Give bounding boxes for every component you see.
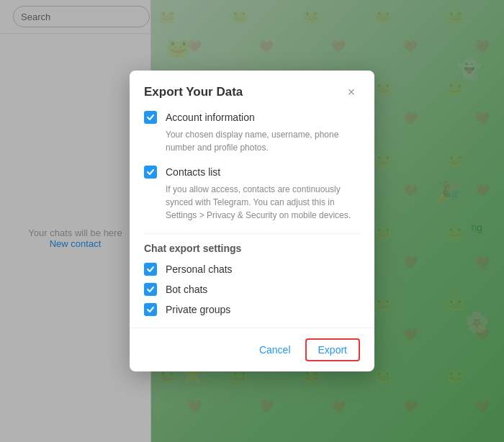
account-info-description: Your chosen display name, username, phon… <box>166 128 360 154</box>
chat-section-title: Chat export settings <box>144 243 360 254</box>
bot-chats-checkbox[interactable] <box>144 283 157 296</box>
modal-close-button[interactable]: × <box>343 84 360 101</box>
export-modal: Export Your Data × Account information <box>130 71 374 371</box>
modal-overlay: Export Your Data × Account information <box>0 0 504 442</box>
contacts-list-section: Contacts list If you allow access, conta… <box>144 166 360 222</box>
private-groups-checkbox[interactable] <box>144 303 157 316</box>
personal-chats-label: Personal chats <box>166 263 233 275</box>
personal-chats-checkbox[interactable] <box>144 263 157 276</box>
export-button[interactable]: Export <box>305 338 360 361</box>
modal-header: Export Your Data × <box>130 71 374 111</box>
private-groups-label: Private groups <box>166 304 230 315</box>
close-icon: × <box>348 85 356 100</box>
modal-title: Export Your Data <box>144 85 243 99</box>
divider <box>144 233 360 234</box>
account-info-label: Account information <box>166 112 255 123</box>
contacts-list-label: Contacts list <box>166 166 220 178</box>
bot-chats-label: Bot chats <box>166 284 207 295</box>
account-info-checkbox[interactable] <box>144 111 157 124</box>
account-information-section: Account information Your chosen display … <box>144 111 360 154</box>
personal-chats-row: Personal chats <box>144 263 360 276</box>
private-groups-row: Private groups <box>144 303 360 316</box>
account-info-row: Account information <box>144 111 360 124</box>
contacts-list-checkbox[interactable] <box>144 166 157 179</box>
contacts-list-description: If you allow access, contacts are contin… <box>166 183 360 222</box>
bot-chats-row: Bot chats <box>144 283 360 296</box>
modal-body: Account information Your chosen display … <box>130 111 374 328</box>
contacts-list-row: Contacts list <box>144 166 360 179</box>
modal-footer: Cancel Export <box>130 328 374 371</box>
chat-export-section: Chat export settings Personal chats <box>144 243 360 316</box>
cancel-button[interactable]: Cancel <box>251 340 300 360</box>
